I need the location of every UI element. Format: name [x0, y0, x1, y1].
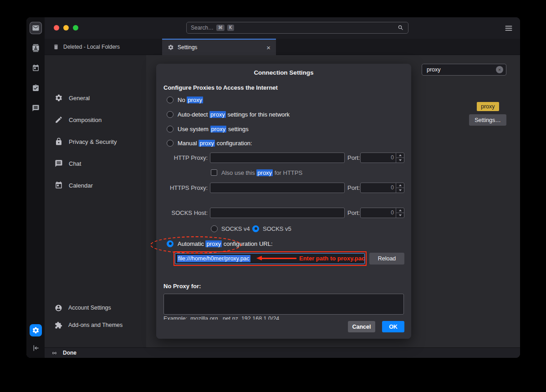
http-proxy-label: HTTP Proxy: — [163, 153, 208, 163]
tab-settings[interactable]: Settings × — [162, 39, 276, 55]
tab-deleted-local-folders[interactable]: Deleted - Local Folders — [45, 39, 120, 55]
spin-down-icon[interactable] — [396, 213, 404, 218]
search-placeholder: Search… — [191, 25, 214, 31]
sidebar-item-addons-themes[interactable]: Add-ons and Themes — [45, 316, 146, 334]
gear-icon — [32, 326, 40, 334]
space-addressbook-button[interactable] — [30, 42, 42, 54]
socks-host-label: SOCKS Host: — [163, 208, 208, 218]
space-calendar-button[interactable] — [30, 62, 42, 74]
thunderbird-window: Search… ⌘ K Deleted - Local Folders Sett… — [26, 17, 520, 358]
network-settings-button[interactable]: Settings… — [469, 114, 506, 126]
settings-sidebar: General Composition Privacy & Security C… — [45, 55, 146, 347]
search-result-flag: proxy — [477, 102, 499, 111]
ok-button[interactable]: OK — [382, 321, 404, 332]
label-highlight: proxy — [187, 97, 203, 103]
http-proxy-input[interactable] — [210, 153, 345, 163]
settings-main-pane: proxy × proxy Settings… Connection Setti… — [146, 55, 520, 347]
https-proxy-input[interactable] — [210, 183, 345, 193]
settings-content: General Composition Privacy & Security C… — [45, 55, 520, 347]
http-port-input[interactable]: 0 — [360, 153, 404, 163]
zoom-window-button[interactable] — [73, 25, 78, 31]
settings-search-input[interactable]: proxy × — [422, 64, 506, 76]
radio-automatic-proxy-url[interactable]: Automatic proxy configuration URL: — [167, 240, 273, 247]
tab-label: Deleted - Local Folders — [63, 44, 120, 50]
checkbox[interactable] — [211, 169, 217, 176]
app-menu-button[interactable] — [505, 24, 513, 32]
radio-label: Auto-detect proxy settings for this netw… — [178, 111, 290, 118]
main-column: Search… ⌘ K Deleted - Local Folders Sett… — [45, 17, 520, 358]
radio-button[interactable] — [167, 140, 173, 147]
tab-label: Settings — [178, 44, 197, 51]
label-part: No — [178, 97, 187, 103]
radio-button[interactable] — [167, 111, 173, 118]
calendar-icon — [32, 64, 40, 72]
sidebar-item-chat[interactable]: Chat — [45, 153, 146, 174]
radio-system-proxy[interactable]: Use system proxy settings — [167, 125, 249, 132]
close-window-button[interactable] — [54, 25, 59, 31]
label-part: Use system — [178, 126, 210, 132]
global-search-input[interactable]: Search… ⌘ K — [186, 22, 408, 34]
radio-button[interactable] — [211, 225, 218, 232]
radio-socks-v4[interactable]: SOCKS v4 — [211, 225, 250, 232]
trash-icon — [53, 44, 59, 50]
sidebar-item-calendar[interactable]: Calendar — [45, 174, 146, 196]
spin-down-icon[interactable] — [396, 188, 404, 193]
port-spinner[interactable] — [396, 183, 404, 193]
radio-socks-v5[interactable]: SOCKS v5 — [252, 225, 291, 232]
spaces-toolbar — [26, 17, 45, 358]
sidebar-item-privacy-security[interactable]: Privacy & Security — [45, 131, 146, 153]
proxy-config-heading: Configure Proxies to Access the Internet — [163, 84, 278, 91]
spin-up-icon[interactable] — [396, 153, 404, 158]
space-settings-button[interactable] — [30, 324, 42, 336]
radio-manual-proxy[interactable]: Manual proxy configuration: — [167, 139, 252, 147]
collapse-spaces-button[interactable] — [30, 342, 42, 354]
radio-button[interactable] — [167, 240, 173, 247]
tasks-icon — [32, 84, 40, 92]
radio-button[interactable] — [167, 97, 173, 103]
connection-settings-dialog: Connection Settings Configure Proxies to… — [156, 64, 411, 339]
radio-button[interactable] — [167, 126, 173, 132]
port-label: Port: — [347, 208, 360, 218]
status-text: Done — [63, 350, 77, 356]
port-spinner[interactable] — [396, 153, 404, 163]
socks-host-input[interactable] — [210, 208, 345, 218]
collapse-arrow-icon — [32, 344, 40, 352]
reload-button[interactable]: Reload — [369, 253, 404, 265]
port-spinner[interactable] — [396, 208, 404, 218]
radio-autodetect-proxy[interactable]: Auto-detect proxy settings for this netw… — [167, 111, 290, 118]
spin-up-icon[interactable] — [396, 208, 404, 213]
label-part: configuration URL: — [222, 240, 272, 247]
socks-port-input[interactable]: 0 — [360, 208, 404, 218]
kbd-cmd: ⌘ — [216, 25, 225, 31]
puzzle-icon — [55, 321, 62, 329]
sidebar-item-account-settings[interactable]: Account Settings — [45, 299, 146, 316]
checkbox-label: Also use this proxy for HTTPS — [221, 169, 302, 176]
sidebar-item-label: Composition — [69, 117, 102, 123]
dialog-title: Connection Settings — [156, 69, 411, 76]
radio-no-proxy[interactable]: No proxy — [167, 96, 203, 103]
titlebar: Search… ⌘ K — [45, 17, 520, 39]
radio-button[interactable] — [252, 225, 259, 232]
spin-up-icon[interactable] — [396, 183, 404, 188]
use-for-https-checkbox-row[interactable]: Also use this proxy for HTTPS — [211, 169, 302, 176]
label-part: Also use this — [221, 169, 256, 176]
no-proxy-for-label: No Proxy for: — [163, 283, 201, 290]
proxy-url-input[interactable]: file:///home/h0mer/proxy.pac — [175, 253, 365, 264]
spin-down-icon[interactable] — [396, 158, 404, 163]
sidebar-item-composition[interactable]: Composition — [45, 109, 146, 131]
no-proxy-for-textarea[interactable] — [163, 294, 404, 315]
minimize-window-button[interactable] — [63, 25, 69, 31]
mail-icon — [32, 24, 40, 32]
close-tab-button[interactable]: × — [266, 44, 270, 51]
space-chat-button[interactable] — [30, 102, 42, 114]
pencil-icon — [55, 116, 63, 124]
space-tasks-button[interactable] — [30, 82, 42, 94]
port-label: Port: — [347, 183, 360, 193]
clear-search-button[interactable]: × — [496, 66, 503, 73]
space-mail-button[interactable] — [30, 22, 42, 34]
sidebar-item-general[interactable]: General — [45, 87, 146, 109]
cancel-button[interactable]: Cancel — [348, 321, 375, 332]
label-part: Manual — [178, 140, 199, 147]
sidebar-item-label: Privacy & Security — [69, 138, 117, 145]
https-port-input[interactable]: 0 — [360, 183, 404, 193]
